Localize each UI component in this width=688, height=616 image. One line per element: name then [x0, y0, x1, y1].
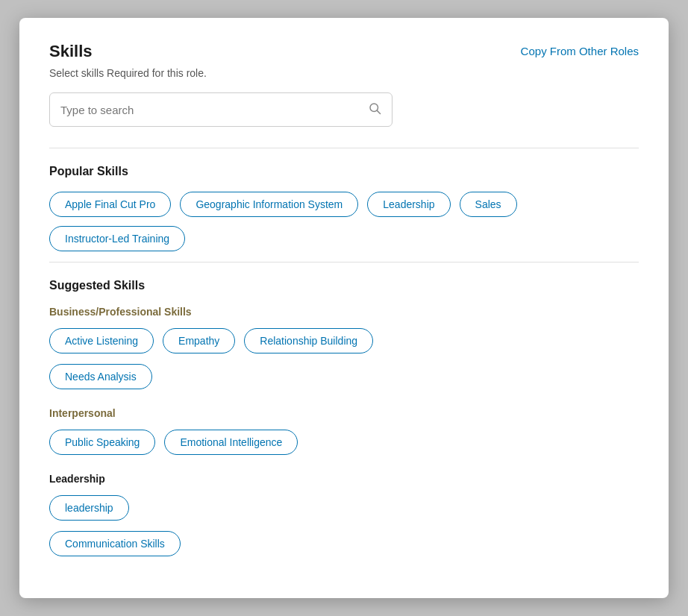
business-skills-row-2: Needs Analysis: [49, 364, 639, 389]
skill-chip[interactable]: Sales: [460, 192, 517, 217]
leadership-title: Leadership: [49, 473, 639, 485]
modal-overlay: Skills Copy From Other Roles Select skil…: [0, 0, 688, 616]
popular-skills-title: Popular Skills: [49, 165, 639, 178]
interpersonal-title: Interpersonal: [49, 407, 639, 419]
business-skills-row: Active Listening Empathy Relationship Bu…: [49, 328, 639, 353]
skills-modal: Skills Copy From Other Roles Select skil…: [19, 18, 669, 598]
skill-chip[interactable]: Instructor-Led Training: [49, 226, 185, 251]
search-box: [49, 92, 393, 127]
skill-chip[interactable]: Communication Skills: [49, 531, 181, 556]
skill-chip[interactable]: Relationship Building: [244, 328, 373, 353]
suggested-skills-section: Suggested Skills Business/Professional S…: [49, 279, 639, 556]
skill-chip[interactable]: Geographic Information System: [180, 192, 358, 217]
popular-skills-row: Apple Final Cut Pro Geographic Informati…: [49, 192, 639, 251]
suggested-divider: [49, 262, 639, 263]
modal-subtitle: Select skills Required for this role.: [49, 67, 639, 79]
suggested-skills-title: Suggested Skills: [49, 279, 639, 292]
interpersonal-group: Interpersonal Public Speaking Emotional …: [49, 407, 639, 455]
skill-chip[interactable]: Active Listening: [49, 328, 154, 353]
leadership-group: Leadership leadership Communication Skil…: [49, 473, 639, 556]
modal-title: Skills: [49, 42, 92, 61]
business-professional-group: Business/Professional Skills Active List…: [49, 306, 639, 389]
leadership-skills-row-2: Communication Skills: [49, 531, 639, 556]
skill-chip[interactable]: Public Speaking: [49, 430, 155, 455]
skill-chip[interactable]: Leadership: [367, 192, 450, 217]
copy-from-other-roles-link[interactable]: Copy From Other Roles: [521, 45, 639, 57]
interpersonal-skills-row: Public Speaking Emotional Intelligence: [49, 430, 639, 455]
search-icon: [368, 101, 381, 119]
popular-divider: [49, 148, 639, 148]
popular-skills-section: Popular Skills Apple Final Cut Pro Geogr…: [49, 165, 639, 251]
search-input[interactable]: [60, 104, 368, 116]
skill-chip[interactable]: Empathy: [163, 328, 235, 353]
leadership-skills-row: leadership: [49, 495, 639, 521]
skill-chip[interactable]: leadership: [49, 495, 129, 521]
business-professional-title: Business/Professional Skills: [49, 306, 639, 318]
skill-chip[interactable]: Apple Final Cut Pro: [49, 192, 171, 217]
skill-chip[interactable]: Needs Analysis: [49, 364, 152, 389]
modal-header: Skills Copy From Other Roles: [49, 42, 639, 61]
skill-chip[interactable]: Emotional Intelligence: [164, 430, 298, 455]
svg-line-1: [377, 110, 380, 113]
